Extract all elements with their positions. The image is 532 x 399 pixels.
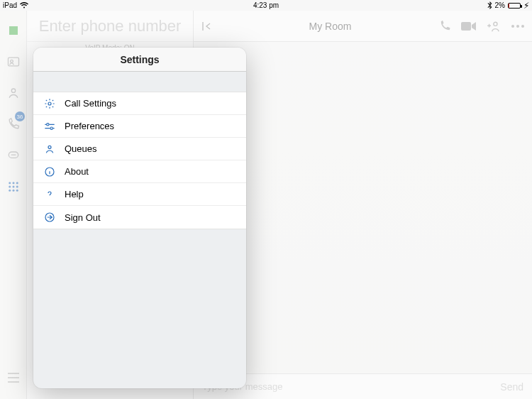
battery-pct: 2% [495,1,505,9]
svg-point-20 [50,127,52,129]
settings-item-label: Help [65,189,84,200]
settings-item-label: Preferences [65,121,114,131]
sliders-icon [43,121,56,132]
wifi-icon [20,2,28,9]
settings-list: Call Settings Preferences Queues About H… [33,92,246,229]
settings-item-queues[interactable]: Queues [33,138,246,160]
settings-popover: Settings Call Settings Preferences Queue… [33,48,246,388]
settings-title: Settings [33,48,246,72]
help-icon [43,189,56,200]
status-time: 4:23 pm [253,1,279,9]
settings-item-preferences[interactable]: Preferences [33,115,246,138]
settings-item-call-settings[interactable]: Call Settings [33,92,246,115]
battery-icon [508,3,521,9]
status-bar: iPad 4:23 pm 2% ⚡︎ [0,0,532,11]
settings-item-label: Call Settings [65,98,116,109]
info-icon [43,166,56,177]
device-label: iPad [3,1,17,9]
queue-icon [43,143,56,155]
settings-item-label: Queues [65,143,97,154]
settings-item-sign-out[interactable]: Sign Out [33,206,246,229]
svg-point-21 [48,146,51,148]
svg-point-19 [47,123,49,125]
settings-item-label: About [65,166,89,177]
sign-out-icon [43,212,56,223]
bluetooth-icon [487,1,492,9]
settings-item-help[interactable]: Help [33,183,246,206]
settings-item-about[interactable]: About [33,160,246,183]
gear-icon [43,98,56,109]
settings-item-label: Sign Out [65,212,101,223]
svg-point-18 [48,102,51,105]
charge-icon: ⚡︎ [523,1,529,10]
